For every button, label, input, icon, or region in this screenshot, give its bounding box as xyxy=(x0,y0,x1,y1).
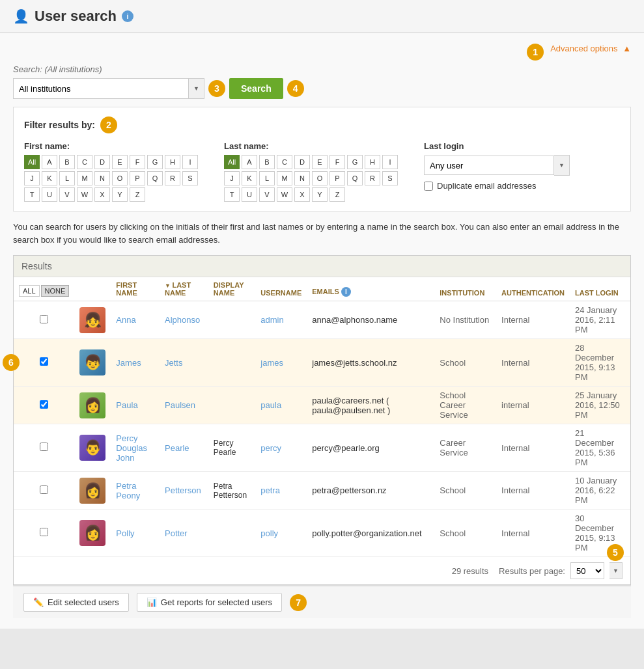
get-reports-button[interactable]: 📊 Get reports for selected users xyxy=(137,593,282,612)
last-name-link[interactable]: Alphonso xyxy=(165,315,200,325)
last-name-p-btn[interactable]: P xyxy=(329,171,345,185)
first-name-e-btn[interactable]: E xyxy=(112,155,128,169)
username-link[interactable]: james xyxy=(260,358,283,368)
last-name-link[interactable]: Pearle xyxy=(165,443,189,453)
email-cell: james@jetts.school.nz xyxy=(307,339,434,387)
last-name-y-btn[interactable]: Y xyxy=(312,187,328,202)
last-name-w-btn[interactable]: W xyxy=(277,187,292,202)
table-row: 👦JamesJettsjamesjames@jetts.school.nzSch… xyxy=(14,339,630,387)
last-name-a-btn[interactable]: A xyxy=(242,155,257,169)
check-all-col: ALL NONE xyxy=(14,277,74,301)
row-checkbox[interactable] xyxy=(40,485,48,494)
select-none-btn[interactable]: NONE xyxy=(41,285,70,297)
username-link[interactable]: admin xyxy=(260,315,283,325)
first-name-r-btn[interactable]: R xyxy=(165,171,180,185)
last-name-z-btn[interactable]: Z xyxy=(329,187,345,202)
first-name-w-btn[interactable]: W xyxy=(77,187,92,202)
last-name-j-btn[interactable]: J xyxy=(224,171,240,185)
authentication-cell: Internal xyxy=(496,339,570,387)
last-name-e-btn[interactable]: E xyxy=(312,155,328,169)
row-checkbox[interactable] xyxy=(40,443,48,451)
first-name-s-btn[interactable]: S xyxy=(182,171,198,185)
first-name-l-btn[interactable]: L xyxy=(59,171,75,185)
first-name-k-btn[interactable]: K xyxy=(42,171,57,185)
chart-icon: 📊 xyxy=(147,597,157,607)
last-name-l-btn[interactable]: L xyxy=(259,171,275,185)
institution-select[interactable]: All institutions xyxy=(13,78,189,99)
first-name-link[interactable]: Anna xyxy=(116,315,135,325)
row-checkbox[interactable] xyxy=(40,315,48,323)
last-name-i-btn[interactable]: I xyxy=(382,155,398,169)
first-name-z-btn[interactable]: Z xyxy=(130,187,145,202)
last-name-link[interactable]: Paulsen xyxy=(165,400,195,410)
last-name-u-btn[interactable]: U xyxy=(242,187,257,202)
last-name-k-btn[interactable]: K xyxy=(242,171,257,185)
first-name-d-btn[interactable]: D xyxy=(94,155,110,169)
emails-info-icon[interactable]: i xyxy=(341,287,351,297)
last-name-b-btn[interactable]: B xyxy=(259,155,275,169)
edit-selected-button[interactable]: ✏️ Edit selected users xyxy=(23,593,129,612)
first-name-y-btn[interactable]: Y xyxy=(112,187,128,202)
last-name-r-btn[interactable]: R xyxy=(365,171,380,185)
search-button[interactable]: Search xyxy=(229,78,283,99)
row-checkbox[interactable] xyxy=(40,357,48,366)
first-name-c-btn[interactable]: C xyxy=(77,155,92,169)
first-name-link[interactable]: Paula xyxy=(116,400,137,410)
username-link[interactable]: petra xyxy=(260,485,280,495)
first-name-f-btn[interactable]: F xyxy=(130,155,145,169)
first-name-h-btn[interactable]: H xyxy=(165,155,180,169)
last-name-g-btn[interactable]: G xyxy=(347,155,363,169)
last-name-v-btn[interactable]: V xyxy=(259,187,275,202)
last-login-select-arrow[interactable] xyxy=(554,155,570,176)
first-name-link[interactable]: Petra Peony xyxy=(116,481,140,500)
username-link[interactable]: paula xyxy=(260,400,281,410)
first-name-link[interactable]: James xyxy=(116,358,141,368)
last-name-o-btn[interactable]: O xyxy=(312,171,328,185)
last-name-all-btn[interactable]: All xyxy=(224,155,240,169)
duplicate-email-checkbox[interactable] xyxy=(424,182,433,191)
first-name-b-btn[interactable]: B xyxy=(59,155,75,169)
first-name-u-btn[interactable]: U xyxy=(42,187,57,202)
last-name-t-btn[interactable]: T xyxy=(224,187,240,202)
first-name-i-btn[interactable]: I xyxy=(182,155,198,169)
advanced-options-link[interactable]: Advanced options ▲ xyxy=(548,44,631,61)
first-name-link[interactable]: Percy Douglas John xyxy=(116,433,147,463)
last-name-m-btn[interactable]: M xyxy=(277,171,292,185)
last-name-x-btn[interactable]: X xyxy=(294,187,310,202)
last-name-s-btn[interactable]: S xyxy=(382,171,398,185)
per-page-arrow[interactable] xyxy=(609,562,623,579)
row-checkbox[interactable] xyxy=(40,528,48,536)
last-name-col-header[interactable]: ▼ LAST NAME xyxy=(160,277,208,301)
first-name-o-btn[interactable]: O xyxy=(112,171,128,185)
first-name-n-btn[interactable]: N xyxy=(94,171,110,185)
first-name-v-btn[interactable]: V xyxy=(59,187,75,202)
select-all-btn[interactable]: ALL xyxy=(19,285,40,297)
first-name-j-btn[interactable]: J xyxy=(24,171,40,185)
username-link[interactable]: percy xyxy=(260,443,281,453)
last-name-q-btn[interactable]: Q xyxy=(347,171,363,185)
last-login-select[interactable]: Any user Today This week This month This… xyxy=(424,156,554,175)
last-name-f-btn[interactable]: F xyxy=(329,155,345,169)
first-name-q-btn[interactable]: Q xyxy=(147,171,163,185)
first-name-t-btn[interactable]: T xyxy=(24,187,40,202)
username-link[interactable]: polly xyxy=(260,528,278,538)
first-name-g-btn[interactable]: G xyxy=(147,155,163,169)
first-name-col-header[interactable]: FIRST NAME xyxy=(111,277,160,301)
last-name-link[interactable]: Jetts xyxy=(165,358,182,368)
first-name-all-btn[interactable]: All xyxy=(24,155,40,169)
info-icon[interactable]: i xyxy=(122,10,133,22)
institution-select-arrow[interactable] xyxy=(189,78,204,99)
last-name-c-btn[interactable]: C xyxy=(277,155,292,169)
per-page-select[interactable]: 50 25 100 xyxy=(570,562,604,579)
last-name-link[interactable]: Potter xyxy=(165,528,188,538)
last-name-link[interactable]: Petterson xyxy=(165,485,201,495)
first-name-m-btn[interactable]: M xyxy=(77,171,92,185)
last-name-h-btn[interactable]: H xyxy=(365,155,380,169)
last-name-d-btn[interactable]: D xyxy=(294,155,310,169)
row-checkbox[interactable] xyxy=(40,400,48,409)
first-name-p-btn[interactable]: P xyxy=(130,171,145,185)
last-name-n-btn[interactable]: N xyxy=(294,171,310,185)
first-name-x-btn[interactable]: X xyxy=(94,187,110,202)
first-name-a-btn[interactable]: A xyxy=(42,155,57,169)
first-name-link[interactable]: Polly xyxy=(116,528,134,538)
